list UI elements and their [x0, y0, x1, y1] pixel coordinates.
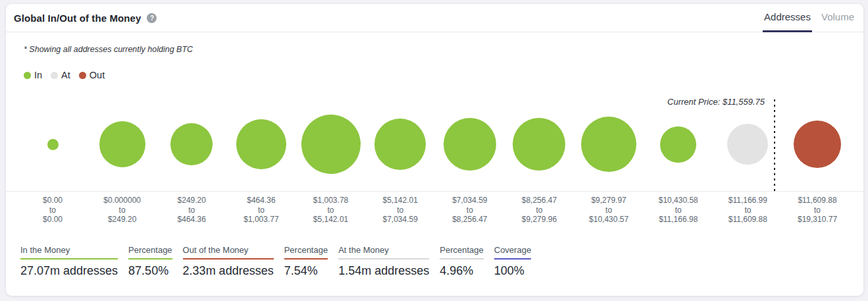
bubble-in-8[interactable] [581, 117, 636, 172]
page-title: Global In/Out of the Money [14, 13, 141, 24]
legend-item-in[interactable]: In [24, 70, 42, 80]
stat-value: 27.07m addresses [20, 264, 118, 278]
stat-value: 2.33m addresses [183, 264, 274, 278]
summary-stats: In the Money27.07m addressesPercentage87… [20, 245, 531, 278]
range-to: $19,310.77 [768, 215, 867, 225]
stat-percentage: Percentage87.50% [128, 245, 172, 278]
stat-at-the-money: At the Money1.54m addresses [338, 245, 429, 278]
bubble-in-2[interactable] [170, 123, 213, 165]
legend-dot-in [24, 72, 31, 79]
bubble-at-10[interactable] [727, 124, 768, 165]
stat-value: 7.54% [284, 264, 328, 278]
stat-label: Coverage [494, 245, 531, 260]
bubble-in-9[interactable] [660, 126, 696, 163]
stat-label: Percentage [284, 245, 328, 260]
tab-volume[interactable]: Volume [820, 4, 855, 32]
range-from: $11,609.88 [768, 196, 867, 205]
legend-dot-at [51, 72, 58, 79]
bubble-in-3[interactable] [236, 119, 286, 169]
stat-value: 1.54m addresses [338, 264, 429, 278]
bubble-in-7[interactable] [513, 118, 565, 171]
bubble-out-11[interactable] [794, 121, 841, 168]
x-axis-labels: $0.00to$0.00$0.000000to$249.20$249.20to$… [6, 196, 863, 230]
help-icon[interactable]: ? [147, 13, 157, 23]
bubble-in-1[interactable] [99, 121, 145, 167]
stat-label: Percentage [128, 245, 172, 260]
current-price-dotted-line [774, 99, 775, 191]
stat-value: 4.96% [440, 264, 484, 278]
stat-value: 100% [494, 264, 531, 278]
bubble-in-5[interactable] [374, 119, 426, 170]
stat-percentage: Percentage4.96% [440, 245, 484, 278]
chart-note: * Showing all addresses currently holdin… [24, 45, 193, 54]
stat-percentage: Percentage7.54% [284, 245, 328, 278]
stat-label: At the Money [338, 245, 429, 260]
price-range-label: $11,609.88to$19,310.77 [768, 196, 867, 225]
stat-label: Percentage [440, 245, 484, 260]
stat-out-of-the-money: Out of the Money2.33m addresses [183, 245, 274, 278]
current-price-label: Current Price: $11,559.75 [667, 97, 765, 107]
title-wrap: Global In/Out of the Money ? [14, 13, 157, 24]
legend: InAtOut [24, 70, 105, 80]
range-separator: to [768, 205, 867, 215]
card-header: Global In/Out of the Money ? AddressesVo… [6, 4, 863, 32]
view-tabs: AddressesVolume [763, 4, 855, 32]
bubble-in-6[interactable] [444, 118, 496, 171]
stat-value: 87.50% [128, 264, 172, 278]
legend-label: In [34, 70, 42, 80]
stat-label: In the Money [20, 245, 118, 260]
legend-label: Out [89, 70, 105, 80]
bubble-in-0[interactable] [47, 139, 59, 150]
legend-item-out[interactable]: Out [79, 70, 105, 80]
stat-coverage: Coverage100% [494, 245, 531, 278]
legend-item-at[interactable]: At [51, 70, 70, 80]
global-in-out-money-card: Global In/Out of the Money ? AddressesVo… [5, 3, 864, 296]
tab-addresses[interactable]: Addresses [763, 4, 812, 32]
legend-dot-out [79, 72, 86, 79]
bubble-chart: Current Price: $11,559.75 [6, 93, 863, 192]
stat-label: Out of the Money [183, 245, 274, 260]
legend-label: At [61, 70, 70, 80]
bubble-in-4[interactable] [301, 115, 361, 174]
stat-in-the-money: In the Money27.07m addresses [20, 245, 118, 278]
